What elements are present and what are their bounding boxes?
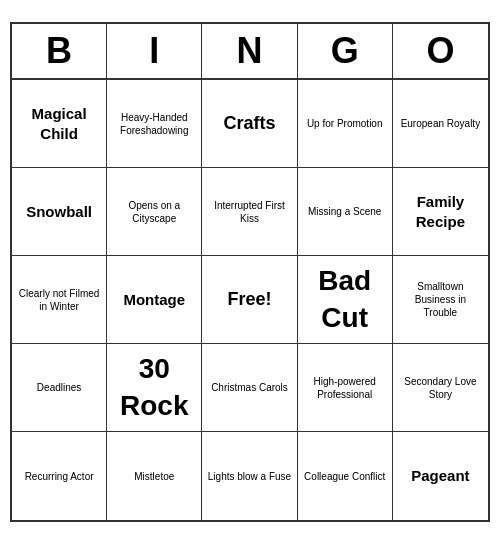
cell-text: Snowball — [26, 202, 92, 222]
bingo-cell[interactable]: High-powered Professional — [298, 344, 393, 432]
cell-text: Recurring Actor — [25, 470, 94, 483]
bingo-cell[interactable]: Up for Promotion — [298, 80, 393, 168]
cell-text: Smalltown Business in Trouble — [397, 280, 484, 319]
bingo-cell[interactable]: Bad Cut — [298, 256, 393, 344]
bingo-cell[interactable]: Montage — [107, 256, 202, 344]
bingo-grid: Magical ChildHeavy-Handed ForeshadowingC… — [12, 80, 488, 520]
bingo-cell[interactable]: Christmas Carols — [202, 344, 297, 432]
cell-text: Colleague Conflict — [304, 470, 385, 483]
cell-text: 30 Rock — [111, 351, 197, 424]
header-letter: B — [12, 24, 107, 78]
bingo-cell[interactable]: European Royalty — [393, 80, 488, 168]
cell-text: Deadlines — [37, 381, 81, 394]
bingo-cell[interactable]: Magical Child — [12, 80, 107, 168]
header-letter: O — [393, 24, 488, 78]
bingo-cell[interactable]: Crafts — [202, 80, 297, 168]
bingo-cell[interactable]: Heavy-Handed Foreshadowing — [107, 80, 202, 168]
bingo-cell[interactable]: Clearly not Filmed in Winter — [12, 256, 107, 344]
cell-text: Secondary Love Story — [397, 375, 484, 401]
cell-text: Free! — [227, 288, 271, 311]
header-letter: N — [202, 24, 297, 78]
cell-text: Opens on a Cityscape — [111, 199, 197, 225]
cell-text: Bad Cut — [302, 263, 388, 336]
header-letter: G — [298, 24, 393, 78]
bingo-cell[interactable]: Smalltown Business in Trouble — [393, 256, 488, 344]
cell-text: Heavy-Handed Foreshadowing — [111, 111, 197, 137]
bingo-cell[interactable]: Missing a Scene — [298, 168, 393, 256]
cell-text: Clearly not Filmed in Winter — [16, 287, 102, 313]
bingo-card: BINGO Magical ChildHeavy-Handed Foreshad… — [10, 22, 490, 522]
bingo-cell[interactable]: Deadlines — [12, 344, 107, 432]
cell-text: Mistletoe — [134, 470, 174, 483]
cell-text: Magical Child — [16, 104, 102, 143]
cell-text: Lights blow a Fuse — [208, 470, 291, 483]
bingo-cell[interactable]: Colleague Conflict — [298, 432, 393, 520]
header-letter: I — [107, 24, 202, 78]
cell-text: High-powered Professional — [302, 375, 388, 401]
bingo-cell[interactable]: Secondary Love Story — [393, 344, 488, 432]
bingo-cell[interactable]: 30 Rock — [107, 344, 202, 432]
bingo-cell[interactable]: Opens on a Cityscape — [107, 168, 202, 256]
cell-text: Christmas Carols — [211, 381, 288, 394]
bingo-cell[interactable]: Free! — [202, 256, 297, 344]
bingo-cell[interactable]: Mistletoe — [107, 432, 202, 520]
cell-text: Pageant — [411, 466, 469, 486]
bingo-cell[interactable]: Snowball — [12, 168, 107, 256]
bingo-header: BINGO — [12, 24, 488, 80]
cell-text: European Royalty — [401, 117, 481, 130]
cell-text: Up for Promotion — [307, 117, 383, 130]
bingo-cell[interactable]: Recurring Actor — [12, 432, 107, 520]
cell-text: Crafts — [223, 112, 275, 135]
bingo-cell[interactable]: Interrupted First Kiss — [202, 168, 297, 256]
cell-text: Missing a Scene — [308, 205, 381, 218]
bingo-cell[interactable]: Pageant — [393, 432, 488, 520]
cell-text: Family Recipe — [397, 192, 484, 231]
bingo-cell[interactable]: Family Recipe — [393, 168, 488, 256]
cell-text: Montage — [123, 290, 185, 310]
cell-text: Interrupted First Kiss — [206, 199, 292, 225]
bingo-cell[interactable]: Lights blow a Fuse — [202, 432, 297, 520]
